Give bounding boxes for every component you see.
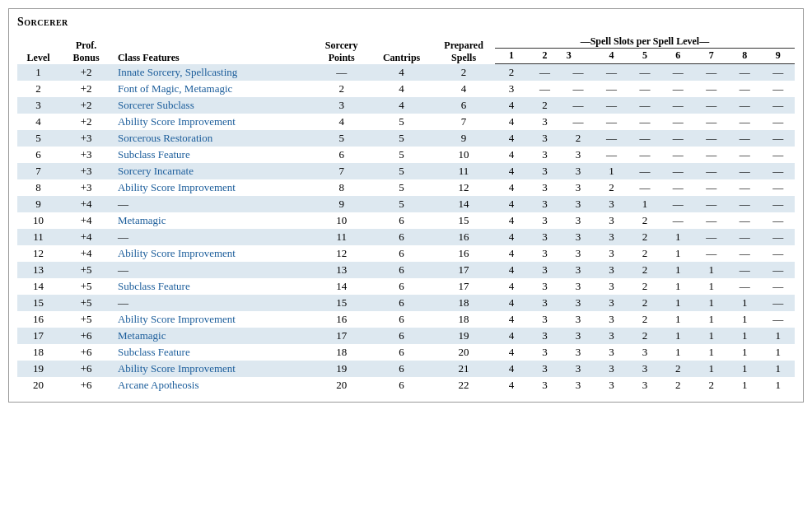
- cell-prepared: 6: [432, 97, 495, 114]
- cell-feature[interactable]: Ability Score Improvement: [113, 179, 313, 196]
- cell-slot-4: —: [595, 147, 628, 163]
- cell-sorcery: 13: [313, 262, 371, 278]
- feature-link[interactable]: Sorcerous Restoration: [118, 132, 212, 144]
- cell-sorcery: 3: [313, 97, 371, 114]
- cell-slot-8: —: [728, 114, 761, 130]
- cell-slot-8: 1: [728, 344, 761, 361]
- cell-feature: —: [113, 262, 313, 278]
- feature-link[interactable]: Metamagic: [118, 214, 166, 226]
- cell-slot-8: —: [728, 64, 761, 81]
- cell-slot-7: 2: [695, 377, 728, 393]
- feature-link[interactable]: Metamagic: [118, 329, 166, 342]
- cell-level: 15: [17, 295, 59, 311]
- feature-link[interactable]: Sorcerer Subclass: [118, 99, 194, 111]
- cell-slot-4: 3: [595, 328, 628, 344]
- feature-link[interactable]: Ability Score Improvement: [118, 313, 236, 325]
- feature-link[interactable]: Arcane Apotheosis: [118, 379, 199, 391]
- cell-slot-5: —: [628, 163, 661, 179]
- cell-prof: +5: [59, 311, 113, 328]
- header-row-top: Level Prof.Bonus Class Features SorceryP…: [17, 34, 795, 49]
- cell-cantrips: 4: [371, 64, 433, 81]
- cell-cantrips: 6: [371, 377, 433, 393]
- cell-feature[interactable]: Ability Score Improvement: [113, 361, 313, 377]
- cell-slot-6: —: [661, 212, 694, 229]
- cell-slot-8: —: [728, 278, 761, 295]
- cell-slot-2: 3: [528, 361, 561, 377]
- cell-prepared: 20: [432, 344, 495, 361]
- col-header-prepared: PreparedSpells: [432, 34, 495, 64]
- cell-slot-1: 4: [495, 196, 528, 212]
- cell-slot-5: 3: [628, 361, 661, 377]
- cell-feature[interactable]: Sorcerer Subclass: [113, 97, 313, 114]
- cell-slot-7: —: [695, 97, 728, 114]
- cell-prepared: 10: [432, 147, 495, 163]
- col-header-spell-7: 7: [695, 49, 728, 64]
- cell-level: 11: [17, 229, 59, 245]
- cell-slot-2: 2: [528, 97, 561, 114]
- cell-slot-3: 3: [562, 179, 595, 196]
- cell-slot-5: —: [628, 130, 661, 147]
- cell-slot-6: —: [661, 114, 694, 130]
- cell-level: 12: [17, 245, 59, 262]
- cell-feature[interactable]: Font of Magic, Metamagic: [113, 81, 313, 97]
- cell-feature[interactable]: Subclass Feature: [113, 344, 313, 361]
- cell-slot-7: —: [695, 130, 728, 147]
- cell-slot-7: —: [695, 81, 728, 97]
- feature-link[interactable]: Ability Score Improvement: [118, 115, 236, 128]
- cell-slot-3: —: [562, 81, 595, 97]
- cell-slot-9: —: [761, 97, 795, 114]
- cell-slot-4: 3: [595, 344, 628, 361]
- feature-link[interactable]: Ability Score Improvement: [118, 247, 236, 259]
- feature-link[interactable]: Ability Score Improvement: [118, 181, 236, 193]
- cell-feature[interactable]: Ability Score Improvement: [113, 114, 313, 130]
- cell-feature[interactable]: Sorcerous Restoration: [113, 130, 313, 147]
- col-header-features: Class Features: [113, 34, 313, 64]
- cell-feature[interactable]: Arcane Apotheosis: [113, 377, 313, 393]
- cell-feature[interactable]: Metamagic: [113, 328, 313, 344]
- cell-slot-5: 3: [628, 377, 661, 393]
- cell-sorcery: 15: [313, 295, 371, 311]
- cell-prepared: 16: [432, 229, 495, 245]
- feature-link[interactable]: Subclass Feature: [118, 280, 190, 292]
- cell-sorcery: 16: [313, 311, 371, 328]
- cell-feature[interactable]: Subclass Feature: [113, 147, 313, 163]
- cell-prof: +6: [59, 344, 113, 361]
- cell-slot-8: —: [728, 262, 761, 278]
- cell-slot-3: 3: [562, 311, 595, 328]
- cell-level: 13: [17, 262, 59, 278]
- feature-link[interactable]: Font of Magic, Metamagic: [118, 82, 232, 95]
- cell-prepared: 12: [432, 179, 495, 196]
- cell-slot-7: 1: [695, 328, 728, 344]
- feature-link[interactable]: Subclass Feature: [118, 148, 190, 161]
- cell-feature[interactable]: Ability Score Improvement: [113, 245, 313, 262]
- cell-sorcery: 4: [313, 114, 371, 130]
- table-row: 3+2Sorcerer Subclass34642———————: [17, 97, 795, 114]
- cell-slot-3: 3: [562, 147, 595, 163]
- cell-feature[interactable]: Ability Score Improvement: [113, 311, 313, 328]
- cell-slot-9: —: [761, 245, 795, 262]
- cell-cantrips: 6: [371, 295, 433, 311]
- feature-link[interactable]: Subclass Feature: [118, 346, 190, 358]
- cell-slot-2: 3: [528, 311, 561, 328]
- cell-slot-1: 4: [495, 163, 528, 179]
- cell-slot-5: 2: [628, 245, 661, 262]
- cell-cantrips: 5: [371, 147, 433, 163]
- cell-sorcery: 14: [313, 278, 371, 295]
- feature-link[interactable]: Ability Score Improvement: [118, 362, 236, 375]
- cell-feature[interactable]: Sorcery Incarnate: [113, 163, 313, 179]
- feature-link[interactable]: Innate Sorcery, Spellcasting: [118, 66, 237, 78]
- feature-link[interactable]: Sorcery Incarnate: [118, 165, 194, 177]
- cell-slot-2: 3: [528, 179, 561, 196]
- cell-prof: +2: [59, 97, 113, 114]
- cell-slot-1: 4: [495, 179, 528, 196]
- cell-feature[interactable]: Subclass Feature: [113, 278, 313, 295]
- cell-slot-8: 1: [728, 377, 761, 393]
- col-header-spell-1: 1: [495, 49, 528, 64]
- cell-feature[interactable]: Innate Sorcery, Spellcasting: [113, 64, 313, 81]
- cell-prof: +5: [59, 295, 113, 311]
- cell-slot-9: —: [761, 295, 795, 311]
- cell-feature[interactable]: Metamagic: [113, 212, 313, 229]
- cell-slot-3: —: [562, 64, 595, 81]
- cell-prof: +3: [59, 163, 113, 179]
- cell-slot-6: 2: [661, 361, 694, 377]
